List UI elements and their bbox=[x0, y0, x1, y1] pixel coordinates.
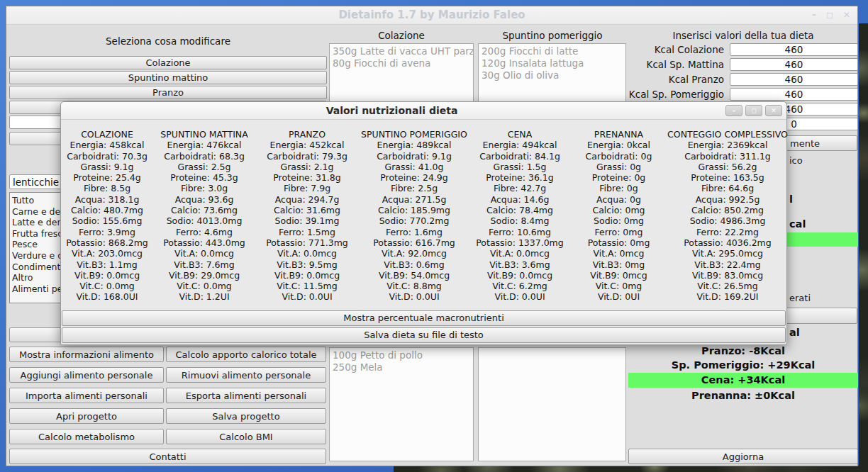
nutrition-value: Ferro: 4.6mg bbox=[153, 227, 255, 237]
meal-button-3[interactable]: Pranzo bbox=[9, 86, 327, 99]
kcal-label-1: Kcal Colazione bbox=[628, 44, 730, 55]
nutrition-dialog: Valori nutrizionali dieta – ◻ ✕ COLAZION… bbox=[60, 101, 787, 345]
nutrition-value: Carboidrati: 9.1g bbox=[359, 151, 469, 162]
action-button-left-2[interactable]: Aggiungi alimento personale bbox=[9, 367, 164, 383]
nutrition-value: Carboidrati: 311.1g bbox=[667, 151, 788, 162]
desktop-wallpaper-bottom bbox=[394, 466, 868, 472]
meal-button-1[interactable]: Colazione bbox=[9, 56, 327, 69]
nutrition-value: Grassi: 41.0g bbox=[359, 162, 469, 172]
dialog-maximize-icon[interactable]: ◻ bbox=[745, 105, 762, 116]
nutrition-value: Sodio: 0mg bbox=[570, 215, 667, 226]
nutrition-value: Grassi: 56.2g bbox=[667, 162, 788, 172]
nutrition-value: Vit.C: 8.8mg bbox=[359, 281, 469, 291]
cena-item-1: 100g Petto di pollo bbox=[333, 349, 470, 361]
status-line-2: Sp. Pomeriggio: +29Kcal bbox=[628, 359, 858, 371]
kcal-value-input-1[interactable] bbox=[730, 43, 858, 56]
nutrition-value: Acqua: 0g bbox=[570, 194, 667, 205]
nutrition-value: Vit.A: 0mcg bbox=[570, 248, 667, 259]
nutrition-value: Calcio: 185.9mg bbox=[359, 205, 469, 215]
action-button-left-5[interactable]: Calcolo metabolismo bbox=[9, 429, 164, 444]
contacts-button[interactable]: Contatti bbox=[9, 449, 326, 464]
dialog-minimize-icon[interactable]: – bbox=[725, 105, 742, 116]
nutrition-value: Fibre: 3.0g bbox=[153, 183, 255, 193]
action-button-right-5[interactable]: Calcolo BMI bbox=[166, 429, 326, 444]
nutrition-value: Energia: 458kcal bbox=[61, 140, 153, 150]
nutrition-value: Acqua: 93.6g bbox=[153, 194, 255, 205]
spuntino-pomeriggio-item-1: 200g Fiocchi di latte bbox=[482, 45, 623, 57]
nutrition-value: Potassio: 868.2mg bbox=[61, 237, 153, 248]
nutrition-value: Acqua: 992.5g bbox=[667, 194, 788, 205]
nutrition-value: Carboidrati: 70.3g bbox=[61, 151, 153, 162]
nutrition-value: Vit.B9: 29.0mcg bbox=[153, 270, 255, 281]
nutrition-value: Potassio: 616.7mg bbox=[359, 237, 469, 248]
action-button-right-4[interactable]: Salva progetto bbox=[166, 408, 326, 424]
nutrition-value: Calcio: 78.4mg bbox=[469, 205, 570, 215]
nutrition-column-4: SPUNTINO POMERIGGIOEnergia: 489kcalCarbo… bbox=[359, 129, 469, 303]
nutrition-value: Vit.B9: 0.0mcg bbox=[469, 270, 570, 281]
nutrition-value: Carboidrati: 84.1g bbox=[469, 151, 570, 162]
spuntino-pomeriggio-header: Spuntino pomeriggio bbox=[478, 29, 627, 42]
close-icon[interactable]: ✕ bbox=[843, 6, 850, 24]
show-macro-percent-button[interactable]: Mostra percentuale macronutrienti bbox=[62, 310, 786, 326]
kcal-value-input-3[interactable] bbox=[730, 73, 858, 86]
nutrition-value: Vit.D: 0.0UI bbox=[255, 291, 359, 302]
left-panel-header: Seleziona cosa modificare bbox=[9, 35, 327, 47]
kcal-value-input-2[interactable] bbox=[730, 58, 858, 71]
nutrition-value: Grassi: 9.1g bbox=[61, 162, 153, 172]
nutrition-value: Fibre: 64.6g bbox=[667, 183, 788, 193]
window-title: Dietainfo 1.7 by Maurizio Faleo bbox=[6, 6, 857, 24]
kcal-row-4: Kcal Sp. Pomeriggio bbox=[628, 88, 858, 101]
nutrition-value: Proteine: 163.5g bbox=[667, 172, 788, 183]
nutrition-value: Ferro: 1.5mg bbox=[255, 227, 359, 237]
nutrition-value: Grassi: 0g bbox=[570, 162, 667, 172]
dialog-titlebar[interactable]: Valori nutrizionali dieta – ◻ ✕ bbox=[61, 102, 786, 120]
nutrition-value: Ferro: 10.6mg bbox=[469, 227, 570, 237]
nutrition-value: Ferro: 3.9mg bbox=[61, 227, 153, 237]
nutrition-value: Sodio: 39.1mg bbox=[255, 215, 359, 226]
minimize-icon[interactable]: – bbox=[812, 6, 816, 24]
nutrition-value: Proteine: 25.4g bbox=[61, 172, 153, 183]
action-button-right-2[interactable]: Rimuovi alimento personale bbox=[166, 367, 326, 383]
nutrition-column-title-1: COLAZIONE bbox=[61, 129, 153, 140]
nutrition-value: Potassio: 1337.0mg bbox=[469, 237, 570, 248]
nutrition-value: Sodio: 770.2mg bbox=[359, 215, 469, 226]
nutrition-value: Vit.B3: 7.6mg bbox=[153, 259, 255, 270]
nutrition-value: Vit.D: 0.0UI bbox=[359, 291, 469, 302]
main-titlebar[interactable]: Dietainfo 1.7 by Maurizio Faleo – ◻ ✕ bbox=[6, 6, 857, 25]
nutrition-value: Energia: 2369kcal bbox=[667, 140, 788, 150]
nutrition-value: Vit.A: 0.0mcg bbox=[153, 248, 255, 259]
prenanna-food-list[interactable] bbox=[478, 347, 626, 461]
nutrition-value: Sodio: 4986.3mg bbox=[667, 215, 788, 226]
nutrition-value: Proteine: 24.9g bbox=[359, 172, 469, 183]
nutrition-value: Proteine: 31.8g bbox=[255, 172, 359, 183]
nutrition-value: Vit.C: 0.0mg bbox=[61, 281, 153, 291]
kcal-label-4: Kcal Sp. Pomeriggio bbox=[628, 89, 730, 100]
nutrition-value: Carboidrati: 0g bbox=[570, 151, 667, 162]
cena-food-list[interactable]: 100g Petto di pollo250g Mela bbox=[329, 347, 474, 461]
nutrition-value: Sodio: 4013.0mg bbox=[153, 215, 255, 226]
nutrition-value: Potassio: 771.3mg bbox=[255, 237, 359, 248]
nutrition-value: Fibre: 8.5g bbox=[61, 183, 153, 193]
nutrition-value: Grassi: 2.5g bbox=[153, 162, 255, 172]
meal-button-2[interactable]: Spuntino mattino bbox=[9, 71, 327, 84]
nutrition-column-3: PRANZOEnergia: 452kcalCarboidrati: 79.3g… bbox=[255, 129, 359, 303]
nutrition-value: Acqua: 14.6g bbox=[469, 194, 570, 205]
dialog-close-icon[interactable]: ✕ bbox=[765, 105, 782, 116]
action-button-right-1[interactable]: Calcolo apporto calorico totale bbox=[166, 347, 326, 362]
update-button[interactable]: Aggiorna bbox=[628, 449, 858, 464]
nutrition-value: Vit.B3: 9.5mg bbox=[255, 259, 359, 270]
nutrition-value: Vit.B9: 0mcg bbox=[570, 270, 667, 281]
save-diet-file-button[interactable]: Salva dieta su file di testo bbox=[62, 327, 786, 343]
nutrition-value: Vit.C: 26.5mg bbox=[667, 281, 788, 291]
nutrition-value: Potassio: 443.0mg bbox=[153, 237, 255, 248]
action-button-left-4[interactable]: Apri progetto bbox=[9, 408, 164, 424]
nutrition-columns: COLAZIONEEnergia: 458kcalCarboidrati: 70… bbox=[61, 119, 788, 303]
action-button-left-3[interactable]: Importa alimenti personali bbox=[9, 388, 164, 403]
nutrition-value: Calcio: 850.2mg bbox=[667, 205, 788, 215]
nutrition-value: Energia: 452kcal bbox=[255, 140, 359, 150]
spuntino-pomeriggio-item-3: 30g Olio di oliva bbox=[482, 69, 623, 82]
kcal-value-input-4[interactable] bbox=[730, 88, 858, 101]
action-button-left-1[interactable]: Mostra informazioni alimento bbox=[9, 347, 164, 362]
maximize-icon[interactable]: ◻ bbox=[826, 6, 833, 24]
action-button-right-3[interactable]: Esporta alimenti personali bbox=[166, 388, 326, 403]
